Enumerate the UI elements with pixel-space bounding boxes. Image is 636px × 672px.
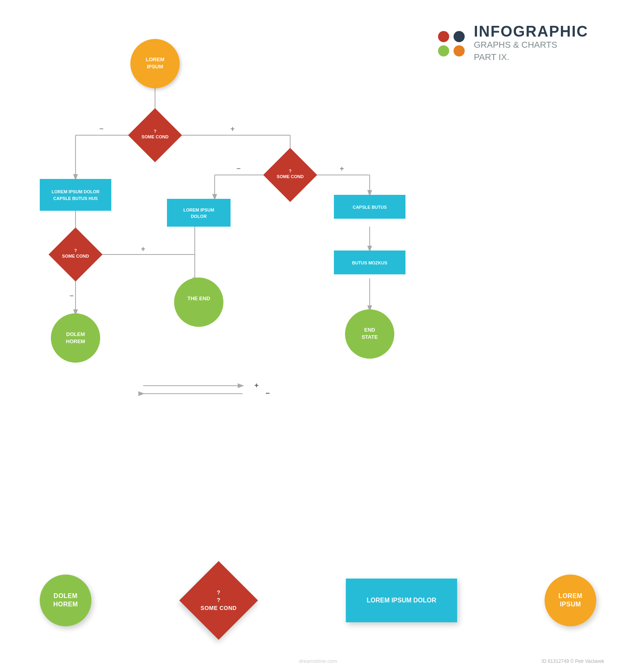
svg-text:LOREM IPSUM: LOREM IPSUM xyxy=(183,208,214,212)
svg-text:?: ? xyxy=(74,248,77,253)
svg-text:+: + xyxy=(254,381,259,389)
svg-rect-29 xyxy=(40,179,111,211)
legend-circle-green: DOLEM HOREM xyxy=(40,575,91,626)
svg-text:CAPSLE BUTUS: CAPSLE BUTUS xyxy=(353,205,387,210)
legend-item-lorem: LOREM IPSUM xyxy=(545,575,596,626)
flowchart-svg: − + + − − + LOREM IPSUM ? SOME COND LORE… xyxy=(24,24,461,461)
svg-text:+: + xyxy=(231,125,235,133)
svg-text:DOLOR: DOLOR xyxy=(191,214,207,219)
svg-text:IPSUM: IPSUM xyxy=(147,64,163,70)
header-text: INFOGRAPHIC GRAPHS & CHARTS PART IX. xyxy=(474,24,588,64)
legend-item-dolem: DOLEM HOREM xyxy=(40,575,91,626)
svg-text:THE END: THE END xyxy=(187,295,210,301)
watermark: dreamstime.com xyxy=(299,658,337,664)
svg-text:HOREM: HOREM xyxy=(66,338,85,344)
svg-text:SOME COND: SOME COND xyxy=(277,174,304,179)
svg-text:−: − xyxy=(237,165,241,173)
svg-text:−: − xyxy=(70,292,74,300)
svg-text:SOME COND: SOME COND xyxy=(62,254,89,258)
legend-circle-orange: LOREM IPSUM xyxy=(545,575,596,626)
copyright: ID 61312749 © Petr Vaclavek xyxy=(542,658,604,664)
legend-diamond-red: ? ? SOME COND xyxy=(179,561,258,640)
infographic-subtitle: GRAPHS & CHARTS PART IX. xyxy=(474,39,588,64)
svg-text:?: ? xyxy=(154,129,157,134)
svg-text:LOREM: LOREM xyxy=(146,56,165,62)
svg-text:−: − xyxy=(266,389,270,397)
svg-text:DOLEM: DOLEM xyxy=(66,331,85,337)
svg-text:?: ? xyxy=(289,169,292,173)
svg-point-43 xyxy=(174,278,223,327)
infographic-title: INFOGRAPHIC xyxy=(474,24,588,39)
svg-text:END: END xyxy=(364,327,375,333)
svg-text:CAPSLE BUTUS HUS: CAPSLE BUTUS HUS xyxy=(53,196,98,201)
svg-text:STATE: STATE xyxy=(362,334,378,340)
svg-rect-38 xyxy=(167,199,231,227)
svg-text:+: + xyxy=(340,165,344,173)
svg-point-45 xyxy=(51,313,100,363)
svg-text:−: − xyxy=(99,125,104,133)
svg-text:SOME COND: SOME COND xyxy=(142,134,169,139)
legend-area: DOLEM HOREM ? ? SOME COND LOREM IPSUM DO… xyxy=(24,561,612,640)
svg-text:LOREM IPSUM DOLOR: LOREM IPSUM DOLOR xyxy=(52,189,99,194)
svg-text:BUTUS MOZKUS: BUTUS MOZKUS xyxy=(352,260,388,265)
svg-text:+: + xyxy=(141,245,145,253)
legend-rect-teal: LOREM IPSUM DOLOR xyxy=(346,579,457,622)
